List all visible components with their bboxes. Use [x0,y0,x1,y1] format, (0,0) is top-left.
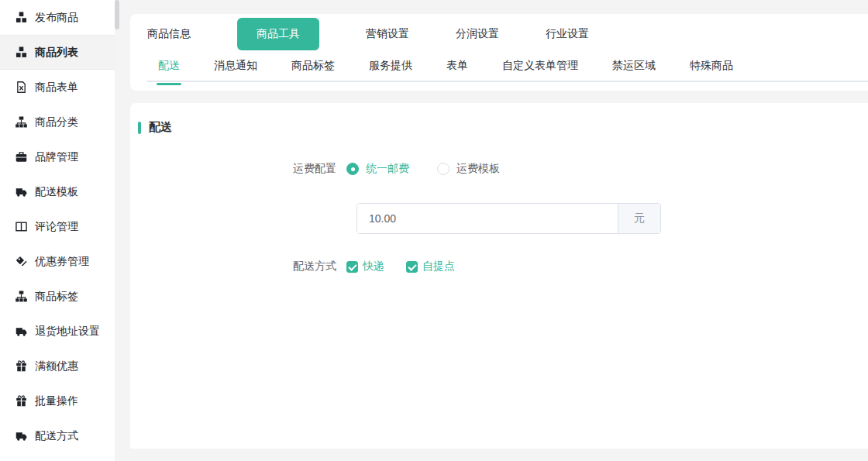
truck-icon [16,430,27,442]
sidebar-item-product-form[interactable]: 商品表单 [0,70,115,105]
radio-selected-icon [346,163,359,175]
freight-config-row: 运费配置 统一邮费 运费模板 [138,162,868,176]
main-area: 商品信息 商品工具 营销设置 分润设置 行业设置 配送 消息通知 商品标签 服务… [130,0,868,461]
sidebar-item-return-address[interactable]: 退货地址设置 [0,314,115,349]
sidebar-item-label: 满额优惠 [35,360,78,373]
sidebar-item-label: 商品表单 [35,81,78,95]
checkbox-label: 自提点 [422,260,455,274]
tab-product-info[interactable]: 商品信息 [147,27,191,41]
sub-tabs: 配送 消息通知 商品标签 服务提供 表单 自定义表单管理 禁运区域 特殊商品 [147,54,868,82]
sidebar-item-coupon-management[interactable]: 优惠券管理 [0,244,115,279]
subtab-custom-form-management[interactable]: 自定义表单管理 [501,54,580,84]
sidebar-item-label: 商品标签 [35,290,78,304]
delivery-method-label: 配送方式 [138,260,346,274]
checkbox-label: 快递 [363,260,384,274]
gift-icon [16,360,27,372]
sidebar-item-comment-management[interactable]: 评论管理 [0,209,115,244]
radio-label: 运费模板 [456,162,500,176]
sitemap-icon [16,291,27,302]
radio-freight-template[interactable]: 运费模板 [437,162,500,176]
sidebar-item-product-category[interactable]: 商品分类 [0,105,115,139]
sidebar-item-brand-management[interactable]: 品牌管理 [0,139,115,174]
tabs-panel: 商品信息 商品工具 营销设置 分润设置 行业设置 配送 消息通知 商品标签 服务… [130,14,868,91]
sidebar-item-batch-operation[interactable]: 批量操作 [0,384,115,418]
tab-profit-settings[interactable]: 分润设置 [456,27,499,41]
truck-icon [16,186,27,198]
postage-input-group: 元 [356,203,661,234]
columns-icon [16,221,27,232]
sidebar-item-delivery-template[interactable]: 配送模板 [0,174,115,209]
sidebar-item-delivery-method[interactable]: 配送方式 [0,418,115,453]
file-excel-icon [16,81,27,93]
sidebar-item-label: 退货地址设置 [35,325,100,339]
sidebar-scrollbar[interactable] [115,0,119,29]
freight-config-label: 运费配置 [138,162,346,176]
checkbox-express[interactable]: 快递 [346,260,384,274]
sitemap-icon [16,116,27,128]
checkbox-checked-icon [346,261,358,273]
delivery-form: 运费配置 统一邮费 运费模板 元 配送方式 [138,162,868,274]
sidebar-item-publish-product[interactable]: 发布商品 [0,0,115,35]
section-accent-bar [138,122,141,134]
sidebar-item-product-tags[interactable]: 商品标签 [0,279,115,314]
section-title: 配送 [149,120,172,135]
subtab-form[interactable]: 表单 [445,54,470,84]
sidebar-item-product-list[interactable]: 商品列表 [0,35,115,70]
sidebar-item-label: 商品列表 [35,46,78,60]
sidebar: 发布商品 商品列表 商品表单 商品分类 品牌管理 配送模板 评论管理 优惠券管理… [0,0,115,461]
radio-unselected-icon [437,163,450,175]
sidebar-item-label: 品牌管理 [35,150,78,164]
tab-marketing-settings[interactable]: 营销设置 [366,27,409,41]
postage-input-row: 元 [356,203,868,234]
checkbox-checked-icon [406,261,418,273]
cubes-icon [16,46,27,58]
sidebar-item-label: 评论管理 [35,220,78,234]
sidebar-item-full-discount[interactable]: 满额优惠 [0,349,115,384]
checkbox-pickup-point[interactable]: 自提点 [406,260,455,274]
content-panel: 配送 运费配置 统一邮费 运费模板 元 [130,103,868,449]
sidebar-item-label: 批量操作 [35,394,78,408]
section-header: 配送 [138,120,868,135]
subtab-message-notify[interactable]: 消息通知 [212,54,259,84]
radio-label: 统一邮费 [366,162,409,176]
tab-product-tools[interactable]: 商品工具 [237,18,319,50]
sidebar-item-label: 商品分类 [35,115,78,129]
postage-unit-suffix: 元 [618,204,660,233]
subtab-embargo-area[interactable]: 禁运区域 [611,54,657,84]
sidebar-item-label: 配送模板 [35,185,78,199]
delivery-method-row: 配送方式 快递 自提点 [138,260,868,274]
subtab-delivery[interactable]: 配送 [157,54,181,84]
gift-icon [16,395,27,407]
subtab-product-tags[interactable]: 商品标签 [290,54,336,84]
radio-unified-postage[interactable]: 统一邮费 [346,162,409,176]
top-tabs: 商品信息 商品工具 营销设置 分润设置 行业设置 [147,14,868,54]
sidebar-item-label: 优惠券管理 [35,255,89,269]
postage-input[interactable] [357,204,618,233]
cubes-icon [16,12,27,23]
tags-icon [16,256,27,267]
truck-icon [16,325,27,337]
tab-industry-settings[interactable]: 行业设置 [546,27,589,41]
sidebar-item-label: 发布商品 [35,11,78,25]
subtab-service-provide[interactable]: 服务提供 [367,54,414,84]
sidebar-item-label: 配送方式 [35,429,78,443]
briefcase-icon [16,151,27,163]
subtab-special-product[interactable]: 特殊商品 [688,54,735,84]
